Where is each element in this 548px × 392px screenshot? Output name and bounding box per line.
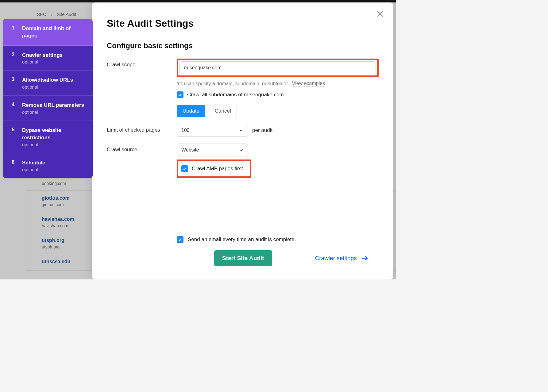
step-number: 4 (12, 102, 16, 115)
wizard-sidebar: 1 Domain and limit of pages 2 Crawler se… (3, 19, 93, 178)
step-remove-params[interactable]: 4 Remove URL parameters optional (3, 96, 93, 121)
per-audit-text: per audit (252, 127, 272, 133)
next-link-label: Crawler settings (315, 255, 357, 262)
cancel-button[interactable]: Cancel (209, 105, 237, 117)
step-bypass-restrictions[interactable]: 5 Bypass website restrictions optional (3, 121, 93, 153)
crawl-subdomains-checkbox[interactable] (177, 91, 183, 98)
step-optional: optional (22, 110, 87, 115)
step-title: Allow/disallow URLs (22, 76, 87, 84)
step-title: Schedule (22, 159, 87, 167)
step-title: Bypass website restrictions (22, 127, 87, 141)
crawl-subdomains-label: Crawl all subdomains of m.seoquake.com (187, 92, 284, 98)
close-button[interactable] (376, 10, 384, 18)
check-icon (178, 237, 182, 242)
start-audit-button[interactable]: Start Site Audit (214, 250, 272, 266)
section-heading: Configure basic settings (107, 41, 379, 50)
step-title: Remove URL parameters (22, 102, 87, 109)
step-crawler-settings[interactable]: 2 Crawler settings optional (3, 46, 93, 71)
step-optional: optional (22, 84, 87, 90)
step-title: Domain and limit of pages (22, 25, 87, 40)
crawl-amp-label: Crawl AMP pages first (192, 166, 243, 172)
step-number: 1 (12, 25, 16, 40)
crawl-source-value: Website (181, 147, 199, 153)
step-number: 2 (12, 52, 16, 65)
limit-label: Limit of checked pages (107, 124, 177, 133)
email-notify-label: Send an email every time an audit is com… (188, 236, 296, 243)
highlight-annotation: Crawl AMP pages first (177, 159, 251, 178)
crawl-scope-input[interactable] (179, 61, 376, 74)
crawl-scope-label: Crawl scope (107, 59, 177, 68)
step-title: Crawler settings (22, 52, 87, 59)
check-icon (178, 93, 182, 97)
step-optional: optional (22, 142, 87, 147)
highlight-annotation (177, 59, 379, 77)
step-domain-limit[interactable]: 1 Domain and limit of pages (3, 19, 93, 46)
step-optional: optional (22, 59, 87, 64)
view-examples-link[interactable]: View examples (292, 81, 325, 86)
step-optional: optional (22, 167, 87, 172)
limit-value: 100 (181, 128, 190, 133)
close-icon (376, 10, 384, 18)
step-number: 6 (12, 159, 16, 172)
email-notify-checkbox[interactable] (177, 236, 183, 243)
step-number: 5 (12, 127, 16, 147)
crawl-source-select[interactable]: Website (177, 144, 248, 156)
limit-select[interactable]: 100 (177, 124, 248, 137)
arrow-right-icon (362, 256, 368, 261)
update-button[interactable]: Update (177, 105, 205, 117)
crawl-source-label: Crawl source (107, 144, 177, 153)
chevron-down-icon (239, 128, 243, 133)
step-schedule[interactable]: 6 Schedule optional (3, 153, 93, 178)
crawler-settings-link[interactable]: Crawler settings (315, 255, 368, 262)
step-number: 3 (12, 76, 16, 90)
crawl-amp-checkbox[interactable] (181, 165, 188, 172)
modal-title: Site Audit Settings (107, 18, 379, 29)
settings-modal: Site Audit Settings Configure basic sett… (92, 2, 393, 279)
helper-text: You can specify a domain, subdomain, or … (177, 81, 289, 86)
chevron-down-icon (239, 148, 243, 152)
step-allow-disallow[interactable]: 3 Allow/disallow URLs optional (3, 71, 93, 96)
check-icon (183, 167, 187, 171)
